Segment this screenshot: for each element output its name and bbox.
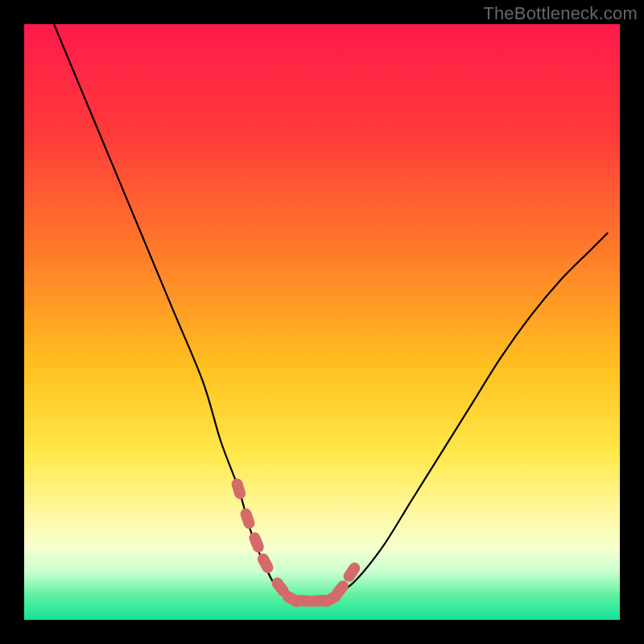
watermark-text: TheBottleneck.com [483,3,638,24]
plot-area [24,24,620,620]
chart-svg [24,24,620,620]
marker-pill [239,507,257,530]
marker-pill [341,560,362,584]
marker-pill [230,477,247,501]
marker-pill [247,530,266,554]
chart-frame: TheBottleneck.com [0,0,644,644]
optimal-range-markers [230,477,362,609]
bottleneck-curve [54,24,608,603]
marker-pill [255,551,275,576]
